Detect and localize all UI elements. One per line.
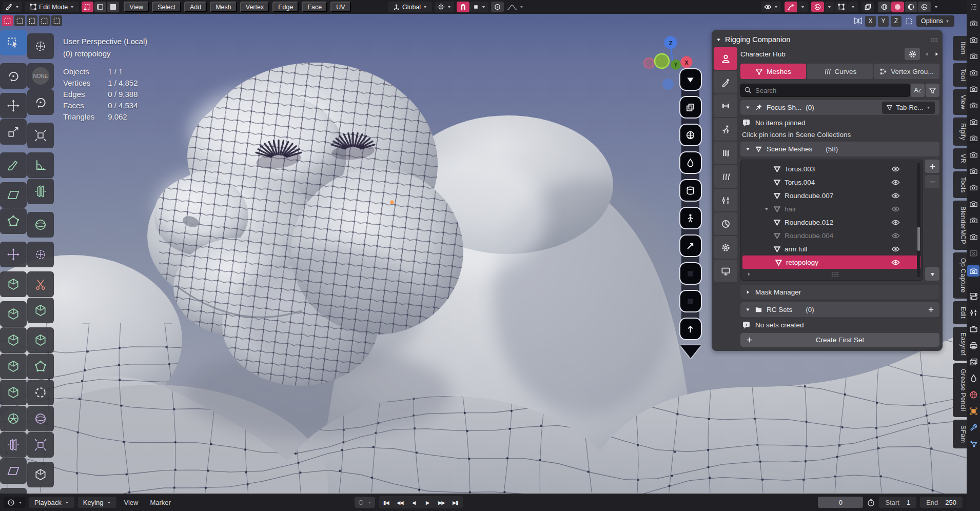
tool-button[interactable] bbox=[0, 242, 27, 267]
eye-icon[interactable] bbox=[891, 231, 900, 240]
sort-button[interactable]: Az bbox=[911, 84, 925, 97]
datatype-tab[interactable]: Vertex Grou... bbox=[874, 64, 939, 79]
properties-tab-icon[interactable] bbox=[969, 390, 978, 399]
mirror-y-button[interactable]: Y bbox=[878, 16, 889, 27]
wireframe-shading-button[interactable] bbox=[878, 2, 891, 12]
sidebar-tab[interactable]: View bbox=[953, 89, 967, 115]
playback-control-button[interactable]: ▮◀ bbox=[380, 497, 393, 507]
float-tool-button[interactable] bbox=[679, 179, 702, 202]
tool-button[interactable] bbox=[0, 353, 27, 379]
tool-button[interactable] bbox=[27, 242, 54, 267]
category-tab[interactable] bbox=[714, 94, 737, 117]
float-toolbar-tip[interactable] bbox=[680, 345, 701, 358]
float-tool-button[interactable] bbox=[679, 318, 702, 340]
vertex-select-button[interactable] bbox=[82, 2, 93, 12]
more-options-button[interactable] bbox=[925, 267, 939, 281]
camera-icon[interactable] bbox=[969, 52, 978, 61]
playback-control-button[interactable]: ▶ bbox=[421, 497, 434, 507]
camera-icon[interactable] bbox=[969, 167, 978, 175]
focus-section-header[interactable]: Focus Sh... (0) Tab-Re... bbox=[740, 100, 939, 115]
tool-button[interactable]: NONE bbox=[27, 63, 54, 89]
menu-item[interactable]: Add bbox=[184, 2, 207, 12]
stopwatch-icon[interactable] bbox=[867, 498, 875, 507]
category-tab[interactable] bbox=[714, 189, 737, 211]
properties-tab-icon[interactable] bbox=[969, 341, 978, 350]
sidebar-tab[interactable]: Op Capture bbox=[953, 252, 967, 299]
falloff-dropdown[interactable] bbox=[504, 2, 526, 12]
mesh-list-item[interactable]: hair bbox=[741, 202, 923, 215]
camera-icon[interactable] bbox=[969, 183, 978, 192]
mirror-x-button[interactable]: X bbox=[865, 16, 876, 27]
playback-control-button[interactable]: ▶▮ bbox=[449, 497, 462, 507]
float-tool-button[interactable] bbox=[679, 151, 702, 174]
datatype-tab[interactable]: Curves bbox=[807, 64, 873, 79]
item-caret-icon[interactable] bbox=[763, 206, 770, 212]
tool-button[interactable] bbox=[27, 432, 54, 458]
category-tab[interactable] bbox=[714, 118, 737, 141]
camera-icon[interactable] bbox=[969, 117, 978, 126]
tool-button[interactable] bbox=[27, 406, 54, 431]
tool-button[interactable] bbox=[0, 93, 27, 119]
mesh-list-item[interactable]: Torus.004 bbox=[741, 175, 923, 189]
sidebar-tab[interactable]: Tool bbox=[953, 63, 967, 87]
float-tool-button[interactable] bbox=[679, 262, 702, 285]
properties-tab-icon[interactable] bbox=[969, 407, 978, 416]
category-tab[interactable] bbox=[714, 71, 737, 93]
camera-icon[interactable] bbox=[969, 200, 978, 208]
camera-icon[interactable] bbox=[969, 232, 978, 241]
menu-item[interactable]: Mesh bbox=[210, 2, 237, 12]
playback-control-button[interactable]: ◀ bbox=[407, 497, 420, 507]
tool-button[interactable] bbox=[27, 353, 54, 379]
xray-toggle[interactable] bbox=[835, 2, 848, 12]
visibility-dropdown[interactable] bbox=[761, 2, 781, 12]
select-action-button[interactable] bbox=[39, 15, 50, 26]
edge-select-button[interactable] bbox=[94, 2, 106, 12]
properties-tab-icon[interactable] bbox=[969, 292, 978, 301]
autokey-button[interactable] bbox=[355, 497, 375, 508]
current-frame-field[interactable]: 0 bbox=[818, 497, 863, 508]
camera-active-button[interactable] bbox=[967, 265, 979, 277]
gizmo-dropdown[interactable] bbox=[798, 2, 808, 12]
tool-button[interactable] bbox=[0, 63, 27, 89]
mesh-list-item[interactable]: retopology bbox=[742, 256, 921, 269]
tool-button[interactable] bbox=[0, 271, 27, 297]
float-tool-button[interactable] bbox=[679, 234, 702, 257]
float-tool-button[interactable] bbox=[679, 207, 702, 229]
shading-dropdown[interactable] bbox=[931, 2, 941, 12]
menu-item[interactable]: Select bbox=[152, 2, 181, 12]
category-tab[interactable] bbox=[714, 260, 737, 282]
sidebar-tab[interactable]: Rigify bbox=[953, 117, 967, 146]
tool-button[interactable] bbox=[27, 462, 54, 487]
float-tool-button[interactable] bbox=[679, 124, 702, 146]
search-input[interactable] bbox=[740, 84, 910, 97]
remove-button[interactable] bbox=[925, 175, 939, 188]
menu-item[interactable]: UV bbox=[330, 2, 350, 12]
face-select-button[interactable] bbox=[107, 2, 119, 12]
category-tab[interactable] bbox=[714, 165, 737, 188]
drag-grip-icon[interactable] bbox=[930, 36, 937, 44]
tool-button[interactable] bbox=[0, 208, 27, 234]
float-tool-button[interactable] bbox=[679, 96, 702, 119]
datatype-tab[interactable]: Meshes bbox=[740, 64, 806, 79]
properties-tab-icon[interactable] bbox=[969, 423, 978, 432]
proportional-edit-toggle[interactable] bbox=[491, 2, 504, 12]
next-arrow-icon[interactable] bbox=[934, 51, 939, 57]
camera-icon[interactable] bbox=[969, 101, 978, 110]
solid-shading-button[interactable] bbox=[891, 2, 904, 12]
add-button[interactable] bbox=[925, 160, 939, 173]
tool-button[interactable] bbox=[0, 406, 27, 431]
properties-tab-icon[interactable] bbox=[969, 374, 978, 383]
tool-button[interactable] bbox=[27, 123, 54, 148]
tool-button[interactable] bbox=[0, 119, 27, 145]
orientation-dropdown[interactable]: Global bbox=[388, 2, 432, 12]
eye-icon[interactable] bbox=[891, 191, 900, 200]
eye-icon[interactable] bbox=[891, 218, 900, 227]
menu-item[interactable]: View bbox=[124, 2, 149, 12]
eye-icon[interactable] bbox=[891, 205, 900, 213]
overlays-dropdown[interactable] bbox=[825, 2, 834, 12]
expand-right-icon[interactable] bbox=[746, 271, 752, 277]
editor-type-button[interactable] bbox=[3, 2, 22, 12]
marker-menu[interactable]: Marker bbox=[146, 499, 174, 506]
xray-dropdown[interactable] bbox=[848, 2, 858, 12]
settings-button[interactable] bbox=[905, 48, 920, 60]
